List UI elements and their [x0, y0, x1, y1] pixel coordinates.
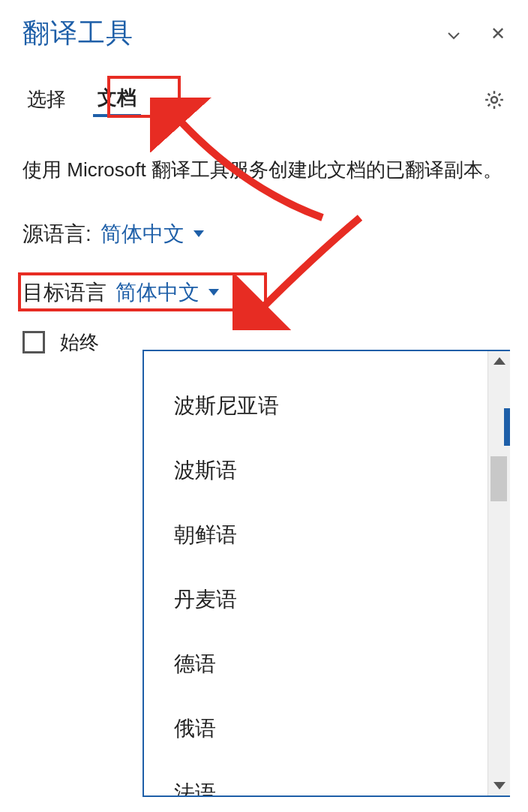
tab-document[interactable]: 文档	[93, 82, 141, 117]
dropdown-items-container: 波斯尼亚语 波斯语 朝鲜语 丹麦语 德语 俄语 法语	[144, 351, 488, 795]
dropdown-item[interactable]: 朝鲜语	[166, 503, 488, 567]
panel-title: 翻译工具	[22, 15, 134, 52]
caret-down-icon	[194, 230, 204, 237]
close-icon[interactable]: ✕	[490, 25, 506, 43]
language-dropdown-list: 波斯尼亚语 波斯语 朝鲜语 丹麦语 德语 俄语 法语	[142, 350, 510, 797]
panel-header: 翻译工具 ✕	[22, 15, 506, 52]
target-label: 目标语言	[22, 278, 106, 307]
always-checkbox[interactable]	[22, 331, 45, 353]
source-language-dropdown[interactable]: 简体中文	[100, 220, 204, 248]
source-label: 源语言:	[22, 220, 92, 248]
dropdown-item[interactable]: 波斯尼亚语	[166, 374, 488, 438]
target-language-value: 简体中文	[116, 278, 200, 307]
collapse-icon[interactable]	[447, 29, 460, 38]
scroll-up-icon[interactable]	[494, 357, 506, 365]
scroll-thumb[interactable]	[490, 456, 507, 501]
svg-point-0	[491, 97, 497, 103]
scroll-down-icon[interactable]	[494, 782, 506, 789]
dropdown-item[interactable]: 德语	[166, 632, 488, 696]
gear-icon[interactable]	[483, 89, 506, 111]
tab-row: 选择 文档	[22, 82, 506, 117]
target-language-dropdown[interactable]: 简体中文	[116, 278, 219, 307]
scroll-position-mark	[504, 408, 510, 446]
source-language-row: 源语言: 简体中文	[22, 220, 506, 248]
dropdown-item[interactable]: 丹麦语	[166, 567, 488, 632]
caret-down-icon	[208, 289, 219, 296]
description-text: 使用 Microsoft 翻译工具服务创建此文档的已翻译副本。	[22, 155, 506, 186]
source-language-value: 简体中文	[100, 220, 184, 248]
tab-select[interactable]: 选择	[22, 83, 70, 116]
header-controls: ✕	[447, 25, 506, 43]
dropdown-item[interactable]: 波斯语	[166, 438, 488, 503]
target-language-row: 目标语言 简体中文	[22, 278, 506, 307]
dropdown-scrollbar[interactable]	[488, 351, 510, 795]
dropdown-item[interactable]: 法语	[166, 761, 488, 795]
dropdown-item[interactable]: 俄语	[166, 696, 488, 761]
always-label: 始终	[60, 329, 99, 356]
